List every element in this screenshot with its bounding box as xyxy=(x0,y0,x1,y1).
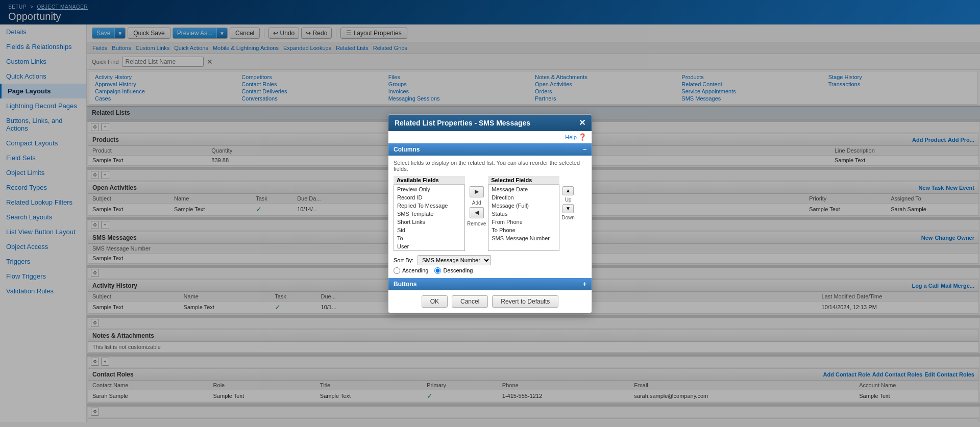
down-button[interactable]: ▼ xyxy=(562,204,574,213)
modal-buttons-section: Buttons + xyxy=(388,278,592,290)
selected-fields-panel: Selected Fields Message Date Direction M… xyxy=(488,176,559,251)
sort-by-row: Sort By: SMS Message Number Message Date… xyxy=(394,255,586,265)
sort-radio-group: Ascending Descending xyxy=(394,267,586,274)
available-fields-header: Available Fields xyxy=(394,176,465,185)
modal-help-bar: Help ❓ xyxy=(388,131,592,143)
remove-field-button[interactable]: ◀ xyxy=(470,207,484,218)
modal-revert-button[interactable]: Revert to Defaults xyxy=(492,295,558,308)
modal-columns-collapse[interactable]: − xyxy=(583,146,586,153)
sort-by-select[interactable]: SMS Message Number Message Date Directio… xyxy=(418,255,491,265)
remove-label: Remove xyxy=(467,221,486,227)
sort-ascending-label: Ascending xyxy=(402,267,428,273)
modal-cancel-button[interactable]: Cancel xyxy=(452,295,488,308)
modal-footer: OK Cancel Revert to Defaults xyxy=(388,290,592,313)
up-label: Up xyxy=(565,197,572,203)
available-fields-list[interactable]: Preview Only Record ID Replied To Messag… xyxy=(394,185,465,251)
avail-field-sms-template[interactable]: SMS Template xyxy=(394,210,464,218)
modal-title-bar: Related List Properties - SMS Messages ✕ xyxy=(388,115,592,131)
modal-ok-button[interactable]: OK xyxy=(422,295,448,308)
modal-columns-label: Columns xyxy=(394,146,420,153)
avail-field-short-links[interactable]: Short Links xyxy=(394,218,464,226)
sort-by-label: Sort By: xyxy=(394,257,413,263)
avail-field-sid[interactable]: Sid xyxy=(394,226,464,234)
sort-descending-label: Descending xyxy=(443,267,473,273)
modal-columns-body: Select fields to display on the related … xyxy=(388,156,592,278)
selected-fields-header: Selected Fields xyxy=(488,176,559,185)
modal-help-icon[interactable]: ❓ xyxy=(578,133,586,141)
modal-buttons-label: Buttons xyxy=(394,281,416,288)
modal-buttons-expand[interactable]: + xyxy=(583,281,586,288)
selected-fields-list[interactable]: Message Date Direction Message (Full) St… xyxy=(488,185,559,251)
avail-field-record-id[interactable]: Record ID xyxy=(394,193,464,202)
sel-field-status[interactable]: Status xyxy=(488,210,559,218)
sel-field-sms-number[interactable]: SMS Message Number xyxy=(488,234,559,242)
add-field-button[interactable]: ▶ xyxy=(470,186,484,197)
updown-buttons: ▲ Up ▼ Down xyxy=(561,176,575,220)
sel-field-from-phone[interactable]: From Phone xyxy=(488,218,559,226)
modal-related-list-properties: Related List Properties - SMS Messages ✕… xyxy=(388,114,592,313)
modal-overlay[interactable]: Related List Properties - SMS Messages ✕… xyxy=(0,0,980,422)
add-label: Add xyxy=(472,200,481,206)
modal-help-link[interactable]: Help xyxy=(565,134,577,140)
sel-field-message-date[interactable]: Message Date xyxy=(488,185,559,193)
sort-descending-option[interactable]: Descending xyxy=(434,267,473,274)
sort-descending-radio[interactable] xyxy=(434,267,441,274)
avail-field-preview-only[interactable]: Preview Only xyxy=(394,185,464,193)
columns-container: Available Fields Preview Only Record ID … xyxy=(394,176,586,251)
avail-field-user[interactable]: User xyxy=(394,242,464,250)
sort-ascending-radio[interactable] xyxy=(394,267,400,274)
sort-ascending-option[interactable]: Ascending xyxy=(394,267,428,274)
modal-columns-desc: Select fields to display on the related … xyxy=(394,160,586,172)
modal-columns-section: Columns − xyxy=(388,143,592,156)
up-button[interactable]: ▲ xyxy=(562,186,574,195)
sel-field-direction[interactable]: Direction xyxy=(488,193,559,202)
available-fields-panel: Available Fields Preview Only Record ID … xyxy=(394,176,465,251)
modal-close-button[interactable]: ✕ xyxy=(579,119,585,127)
modal-title: Related List Properties - SMS Messages xyxy=(395,119,530,127)
sel-field-message-full[interactable]: Message (Full) xyxy=(488,202,559,210)
transfer-buttons: ▶ Add ◀ Remove xyxy=(467,176,486,227)
avail-field-replied-to[interactable]: Replied To Message xyxy=(394,202,464,210)
down-label: Down xyxy=(561,215,575,220)
sel-field-to-phone[interactable]: To Phone xyxy=(488,226,559,234)
avail-field-to[interactable]: To xyxy=(394,234,464,242)
